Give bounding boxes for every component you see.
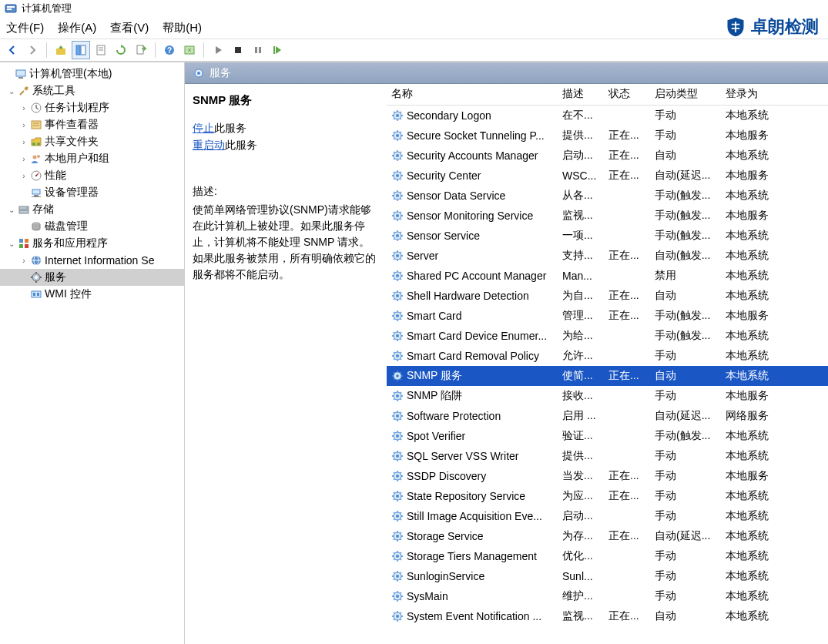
service-row[interactable]: Sensor Service一项...手动(触发...本地系统 [387,226,828,246]
column-description[interactable]: 描述 [558,84,604,105]
service-row[interactable]: Shell Hardware Detection为自...正在...自动本地系统 [387,286,828,306]
export-button[interactable] [132,41,150,59]
tree-wmi[interactable]: › WMI 控件 [0,286,184,303]
service-desc: 监视... [558,209,604,223]
tree-storage[interactable]: ⌄ 存储 [0,201,184,218]
tree-local-users[interactable]: › 本地用户和组 [0,150,184,167]
tree-shared-folders[interactable]: › 共享文件夹 [0,133,184,150]
service-name: Sensor Data Service [387,190,558,202]
tree-services-apps[interactable]: ⌄ 服务和应用程序 [0,235,184,252]
service-startup: 手动(触发... [650,429,721,443]
service-logon: 本地系统 [721,369,798,383]
service-startup: 自动 [650,149,721,163]
filter-button[interactable] [180,41,199,59]
service-row[interactable]: Sensor Monitoring Service监视...手动(触发...本地… [387,206,828,226]
stop-link[interactable]: 停止 [193,122,214,134]
column-status[interactable]: 状态 [604,84,650,105]
service-desc: 为自... [558,289,604,303]
tree-event-viewer[interactable]: › 事件查看器 [0,116,184,133]
tree-disk-management[interactable]: › 磁盘管理 [0,218,184,235]
tree-performance[interactable]: › 性能 [0,167,184,184]
menu-action[interactable]: 操作(A) [58,21,96,35]
service-row[interactable]: SunloginServiceSunl...手动本地系统 [387,566,828,586]
service-desc: 从各... [558,189,604,203]
service-row[interactable]: Still Image Acquisition Eve...启动...手动本地系… [387,506,828,526]
show-hide-tree-button[interactable] [72,41,90,59]
service-row[interactable]: SysMain维护...手动本地系统 [387,586,828,606]
service-status: 正在... [604,529,650,543]
menu-file[interactable]: 文件(F) [6,21,44,35]
service-logon: 本地服务 [721,389,798,403]
service-desc: 监视... [558,609,604,623]
brand-shield-icon [725,16,746,38]
toolbar-separator [203,42,204,58]
service-row[interactable]: Sensor Data Service从各...手动(触发...本地系统 [387,186,828,206]
service-row[interactable]: Spot Verifier验证...手动(触发...本地系统 [387,426,828,446]
start-service-button[interactable] [209,41,227,59]
service-startup: 自动(延迟... [650,169,721,183]
service-desc: 接收... [558,389,604,403]
service-row[interactable]: Smart Card Device Enumer...为给...手动(触发...… [387,326,828,346]
service-row[interactable]: Security Accounts Manager启动...正在...自动本地系… [387,146,828,166]
service-logon: 本地系统 [721,269,798,283]
refresh-button[interactable] [112,41,130,59]
column-logon[interactable]: 登录为 [721,84,798,105]
service-logon: 本地系统 [721,569,798,583]
service-row[interactable]: Software Protection启用 ...自动(延迟...网络服务 [387,406,828,426]
service-logon: 本地系统 [721,529,798,543]
service-row[interactable]: Shared PC Account ManagerMan...禁用本地系统 [387,266,828,286]
service-row[interactable]: Smart Card Removal Policy允许...手动本地系统 [387,346,828,366]
pause-service-button[interactable] [249,41,267,59]
service-row[interactable]: Smart Card管理...正在...手动(触发...本地服务 [387,306,828,326]
menu-view[interactable]: 查看(V) [110,21,149,35]
service-startup: 自动 [650,289,721,303]
service-row[interactable]: State Repository Service为应...正在...手动本地系统 [387,486,828,506]
service-startup: 手动(触发... [650,209,721,223]
service-row[interactable]: Secondary Logon在不...手动本地系统 [387,106,828,126]
service-row[interactable]: Secure Socket Tunneling P...提供...正在...手动… [387,126,828,146]
service-row[interactable]: SQL Server VSS Writer提供...手动本地系统 [387,446,828,466]
restart-link[interactable]: 重启动 [193,139,225,151]
nav-forward-button[interactable] [23,41,42,59]
service-row[interactable]: Storage Service为存...正在...自动(延迟...本地系统 [387,526,828,546]
computer-icon [14,68,28,80]
service-desc: 允许... [558,349,604,363]
svg-rect-30 [32,190,40,194]
service-logon: 本地服务 [721,169,798,183]
service-row[interactable]: System Event Notification ...监视...正在...自… [387,606,828,626]
apps-icon [17,237,31,250]
storage-icon [17,203,31,216]
tree-task-scheduler[interactable]: › 任务计划程序 [0,99,184,116]
help-button[interactable]: ? [160,41,179,59]
up-level-button[interactable] [52,41,70,59]
service-row[interactable]: SNMP 陷阱接收...手动本地服务 [387,386,828,406]
service-row[interactable]: Security CenterWSC...正在...自动(延迟...本地服务 [387,166,828,186]
service-row[interactable]: Storage Tiers Management优化...手动本地系统 [387,546,828,566]
menu-bar: 文件(F) 操作(A) 查看(V) 帮助(H) 卓朗检测 [0,17,828,39]
tree-iis[interactable]: › Internet Information Se [0,252,184,269]
stop-service-button[interactable] [229,41,247,59]
service-logon: 本地系统 [721,549,798,563]
column-startup[interactable]: 启动类型 [650,84,721,105]
svg-point-80 [396,394,399,397]
nav-back-button[interactable] [3,41,22,59]
tree-device-manager[interactable]: › 设备管理器 [0,184,184,201]
svg-point-56 [396,154,399,157]
service-logon: 本地系统 [721,249,798,263]
tree-root[interactable]: ▾ 计算机管理(本地) [0,65,184,82]
service-desc: 启动... [558,509,604,523]
service-row[interactable]: Server支持...正在...自动(触发...本地系统 [387,246,828,266]
service-row[interactable]: SSDP Discovery当发...正在...手动本地服务 [387,466,828,486]
service-startup: 手动 [650,509,721,523]
toolbar-separator [155,42,156,58]
tree-services[interactable]: › 服务 [0,269,184,286]
menu-help[interactable]: 帮助(H) [163,21,202,35]
svg-rect-47 [33,293,35,296]
tree-system-tools[interactable]: ⌄ 系统工具 [0,82,184,99]
service-row[interactable]: SNMP 服务使简...正在...自动本地系统 [387,366,828,386]
restart-service-button[interactable] [269,41,287,59]
column-name[interactable]: 名称 [387,84,558,105]
properties-button[interactable] [92,41,110,59]
svg-rect-21 [32,121,41,129]
service-status: 正在... [604,369,650,383]
